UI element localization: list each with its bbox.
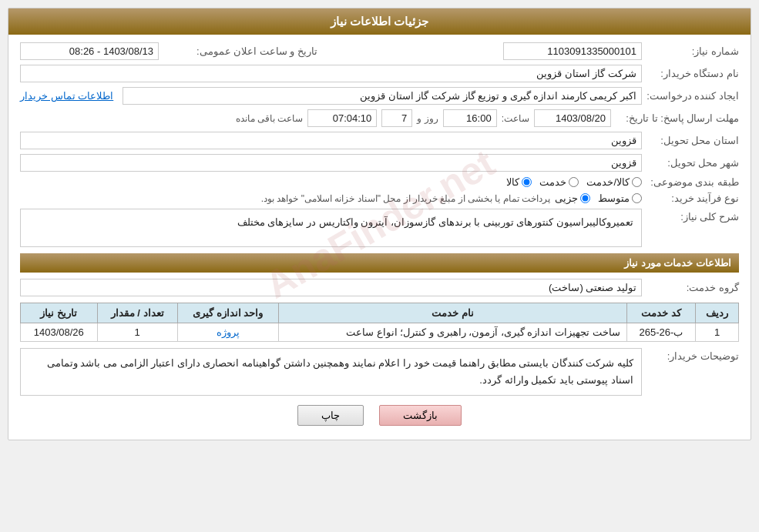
category-goods-service[interactable]: کالا/خدمت (586, 176, 642, 188)
bottom-buttons: بازگشت چاپ (20, 405, 739, 426)
need-number-label: شماره نیاز: (646, 45, 739, 57)
services-section-header: اطلاعات خدمات مورد نیاز (20, 253, 739, 273)
deadline-time-label: ساعت: (502, 113, 529, 124)
buyer-notes-label: توضیحات خریدار: (646, 348, 739, 362)
col-code: کد خدمت (626, 303, 696, 323)
purchase-type-medium-radio[interactable] (632, 193, 642, 203)
page-title: جزئیات اطلاعات نیاز (331, 15, 428, 28)
services-table-section: ردیف کد خدمت نام خدمت واحد اندازه گیری ت… (20, 303, 739, 342)
description-value: تعمیروکالیبراسیون کنتورهای توربینی با بر… (20, 209, 642, 247)
purchase-type-partial-label: جزیی (555, 192, 578, 204)
category-goods-label: کالا (506, 176, 519, 188)
services-table: ردیف کد خدمت نام خدمت واحد اندازه گیری ت… (20, 303, 739, 342)
requester-value: اکبر کریمی کارمند اندازه گیری و توزیع گا… (123, 87, 642, 105)
category-goods-service-radio[interactable] (632, 177, 642, 187)
description-label: شرح کلی نیاز: (646, 209, 739, 223)
purchase-type-note: پرداخت تمام یا بخشی از مبلغ خریدار از مح… (20, 193, 550, 204)
col-qty: تعداد / مقدار (97, 303, 177, 323)
back-button[interactable]: بازگشت (379, 405, 462, 426)
deadline-days: 7 (381, 109, 412, 127)
deadline-label: مهلت ارسال پاسخ: تا تاریخ: (616, 112, 739, 124)
need-number-value: 1103091335000101 (503, 42, 642, 60)
buyer-notes-value: کلیه شرکت کنندگان بایستی مطابق راهنما قی… (20, 348, 642, 396)
purchase-type-label: نوع فرآیند خرید: (646, 192, 739, 204)
deadline-remaining-label: ساعت باقی مانده (236, 113, 304, 124)
city-value: قزوین (20, 154, 642, 172)
purchase-type-partial[interactable]: جزیی (555, 192, 590, 204)
province-label: استان محل تحویل: (646, 135, 739, 146)
deadline-remaining: 07:04:10 (307, 109, 377, 127)
requester-label: ایجاد کننده درخواست: (646, 90, 739, 102)
announce-value: 1403/08/13 - 08:26 (20, 42, 159, 60)
requester-contact-link[interactable]: اطلاعات تماس خریدار (20, 90, 113, 102)
purchase-type-medium[interactable]: متوسط (598, 192, 642, 204)
category-service-radio[interactable] (569, 177, 579, 187)
category-service[interactable]: خدمت (539, 176, 579, 188)
category-goods-radio[interactable] (522, 177, 532, 187)
purchase-type-medium-label: متوسط (598, 192, 630, 204)
col-name: نام خدمت (278, 303, 626, 323)
province-value: قزوین (20, 132, 642, 149)
col-date: تاریخ نیاز (21, 303, 98, 323)
buyer-org-label: نام دستگاه خریدار: (646, 68, 739, 79)
col-row: ردیف (696, 303, 739, 323)
deadline-day-label: روز و (417, 113, 438, 124)
service-group-label: گروه خدمت: (646, 282, 739, 293)
purchase-type-partial-radio[interactable] (580, 193, 590, 203)
service-group-value: تولید صنعتی (ساخت) (20, 279, 642, 296)
page-header: جزئیات اطلاعات نیاز (8, 8, 751, 35)
deadline-date: 1403/08/20 (534, 109, 611, 127)
category-goods[interactable]: کالا (506, 176, 532, 188)
announce-label: تاریخ و ساعت اعلان عمومی: (163, 45, 317, 57)
print-button[interactable]: چاپ (297, 405, 364, 426)
category-goods-service-label: کالا/خدمت (586, 176, 630, 188)
table-row: 1ب-26-265ساخت تجهیزات اندازه گیری، آزمون… (21, 323, 739, 342)
city-label: شهر محل تحویل: (646, 157, 739, 169)
category-radio-group: کالا/خدمت خدمت کالا (506, 176, 642, 188)
purchase-type-radio-group: متوسط جزیی (555, 192, 642, 204)
buyer-org-value: شرکت گاز استان قزوین (20, 65, 642, 82)
deadline-time: 16:00 (443, 109, 497, 127)
col-unit: واحد اندازه گیری (177, 303, 278, 323)
category-label: طبقه بندی موضوعی: (646, 176, 739, 188)
category-service-label: خدمت (539, 176, 566, 188)
